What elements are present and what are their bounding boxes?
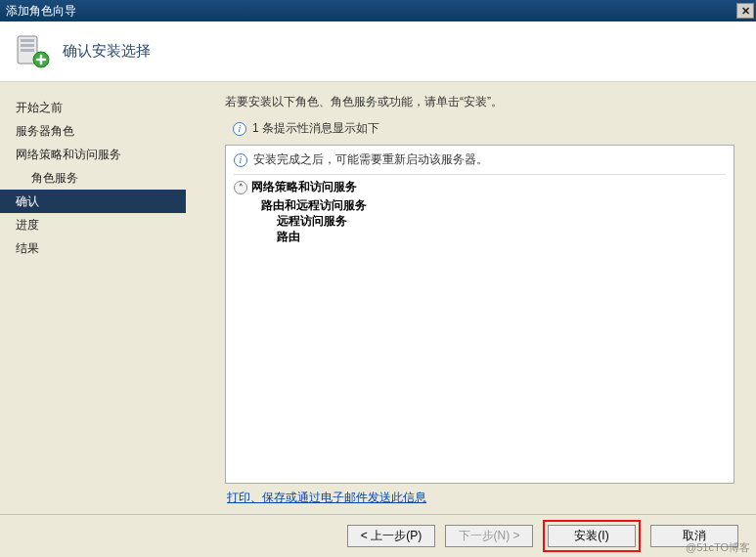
previous-button[interactable]: < 上一步(P) bbox=[347, 525, 435, 547]
tip-text: 1 条提示性消息显示如下 bbox=[252, 120, 379, 137]
titlebar[interactable]: 添加角色向导 ✕ bbox=[0, 0, 756, 21]
restart-notice-row: i 安装完成之后，可能需要重新启动该服务器。 bbox=[234, 151, 726, 168]
page-title: 确认安装选择 bbox=[63, 42, 151, 61]
nav-confirmation[interactable]: 确认 bbox=[0, 190, 186, 213]
info-icon: i bbox=[233, 122, 246, 136]
restart-notice-text: 安装完成之后，可能需要重新启动该服务器。 bbox=[253, 151, 488, 168]
install-button[interactable]: 安装(I) bbox=[548, 525, 636, 547]
next-button: 下一步(N) > bbox=[445, 525, 533, 547]
tree-item-remote-access: 远程访问服务 bbox=[234, 213, 726, 229]
main-area: 开始之前 服务器角色 网络策略和访问服务 角色服务 确认 进度 结果 若要安装以… bbox=[0, 82, 756, 514]
window-title: 添加角色向导 bbox=[6, 3, 76, 20]
server-icon bbox=[12, 32, 51, 71]
nav-results[interactable]: 结果 bbox=[0, 236, 186, 260]
svg-rect-2 bbox=[21, 44, 34, 47]
nav-before-you-begin[interactable]: 开始之前 bbox=[0, 96, 186, 119]
nav-progress[interactable]: 进度 bbox=[0, 213, 186, 236]
nav-server-roles[interactable]: 服务器角色 bbox=[0, 119, 186, 143]
print-save-email-link[interactable]: 打印、保存或通过电子邮件发送此信息 bbox=[227, 490, 734, 506]
svg-rect-1 bbox=[21, 39, 34, 42]
install-button-highlight: 安装(I) bbox=[543, 520, 641, 552]
role-group-title: 网络策略和访问服务 bbox=[251, 179, 357, 195]
close-icon[interactable]: ✕ bbox=[736, 3, 754, 19]
tree-item-routing: 路由 bbox=[234, 229, 726, 244]
role-group-header[interactable]: ˄ 网络策略和访问服务 bbox=[234, 174, 726, 197]
header-banner: 确认安装选择 bbox=[0, 21, 756, 82]
tip-row: i 1 条提示性消息显示如下 bbox=[225, 120, 734, 137]
detail-panel: i 安装完成之后，可能需要重新启动该服务器。 ˄ 网络策略和访问服务 路由和远程… bbox=[225, 145, 734, 484]
wizard-nav: 开始之前 服务器角色 网络策略和访问服务 角色服务 确认 进度 结果 bbox=[0, 82, 186, 514]
nav-role-services[interactable]: 角色服务 bbox=[0, 166, 186, 190]
wizard-footer: < 上一步(P) 下一步(N) > 安装(I) 取消 bbox=[0, 514, 756, 557]
instruction-text: 若要安装以下角色、角色服务或功能，请单击“安装”。 bbox=[225, 94, 734, 110]
nav-network-policy[interactable]: 网络策略和访问服务 bbox=[0, 143, 186, 166]
chevron-up-icon[interactable]: ˄ bbox=[234, 181, 247, 194]
svg-rect-3 bbox=[21, 49, 34, 52]
info-icon: i bbox=[234, 153, 247, 167]
tree-item-rras: 路由和远程访问服务 bbox=[234, 197, 726, 213]
cancel-button[interactable]: 取消 bbox=[650, 525, 738, 547]
content-pane: 若要安装以下角色、角色服务或功能，请单击“安装”。 i 1 条提示性消息显示如下… bbox=[186, 82, 756, 514]
